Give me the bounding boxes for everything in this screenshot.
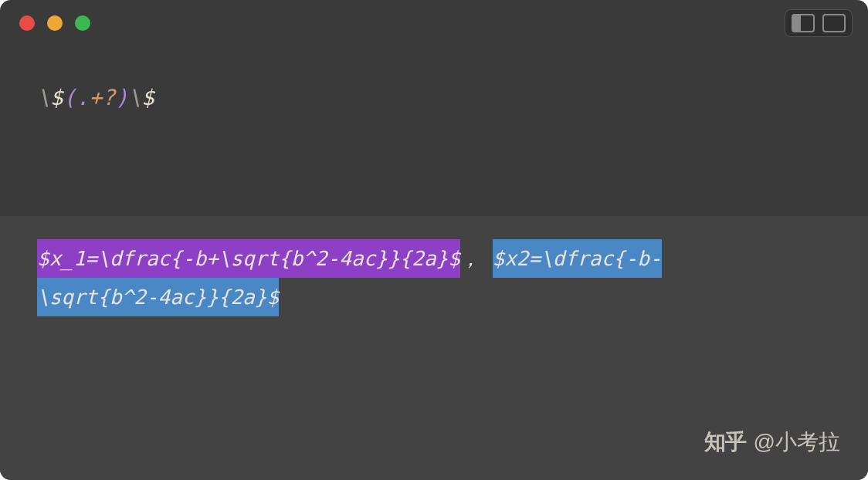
watermark: 知乎 @小考拉 — [704, 428, 840, 457]
regex-token-escape: \ — [128, 85, 141, 110]
test-string[interactable]: $x_1=\dfrac{-b+\sqrt{b^2-4ac}}{2a}$， $x2… — [37, 239, 831, 316]
single-pane-icon[interactable] — [822, 14, 846, 32]
svg-rect-2 — [823, 15, 845, 32]
regex-token-dot: . — [76, 85, 90, 110]
regex-token-paren: ) — [115, 85, 128, 110]
test-string-pane[interactable]: $x_1=\dfrac{-b+\sqrt{b^2-4ac}}{2a}$， $x2… — [0, 216, 868, 480]
regex-match-2-line1: $x2=\dfrac{-b- — [493, 239, 662, 278]
match-separator: ， — [460, 247, 480, 270]
regex-token-literal: $ — [50, 85, 63, 110]
window-controls — [19, 15, 90, 31]
pane-layout-controls — [785, 9, 853, 37]
regex-token-paren: ( — [63, 85, 76, 110]
zoom-button[interactable] — [75, 15, 90, 31]
regex-input-pane[interactable]: \$(.+?)\$ — [0, 46, 868, 216]
minimize-button[interactable] — [47, 15, 63, 31]
titlebar — [0, 0, 868, 46]
regex-expression[interactable]: \$(.+?)\$ — [37, 85, 831, 110]
regex-token-quant: +? — [89, 85, 115, 110]
regex-match-2-line2: \sqrt{b^2-4ac}}{2a}$ — [37, 278, 279, 316]
watermark-logo: 知乎 — [704, 428, 746, 457]
regex-editor-window: \$(.+?)\$ $x_1=\dfrac{-b+\sqrt{b^2-4ac}}… — [0, 0, 868, 480]
svg-rect-1 — [793, 15, 801, 31]
watermark-author: @小考拉 — [754, 428, 840, 457]
regex-token-escape: \ — [37, 85, 50, 110]
split-pane-icon[interactable] — [792, 14, 815, 32]
regex-match-1: $x_1=\dfrac{-b+\sqrt{b^2-4ac}}{2a}$ — [37, 239, 460, 278]
close-button[interactable] — [19, 15, 35, 31]
regex-token-literal: $ — [141, 85, 154, 110]
